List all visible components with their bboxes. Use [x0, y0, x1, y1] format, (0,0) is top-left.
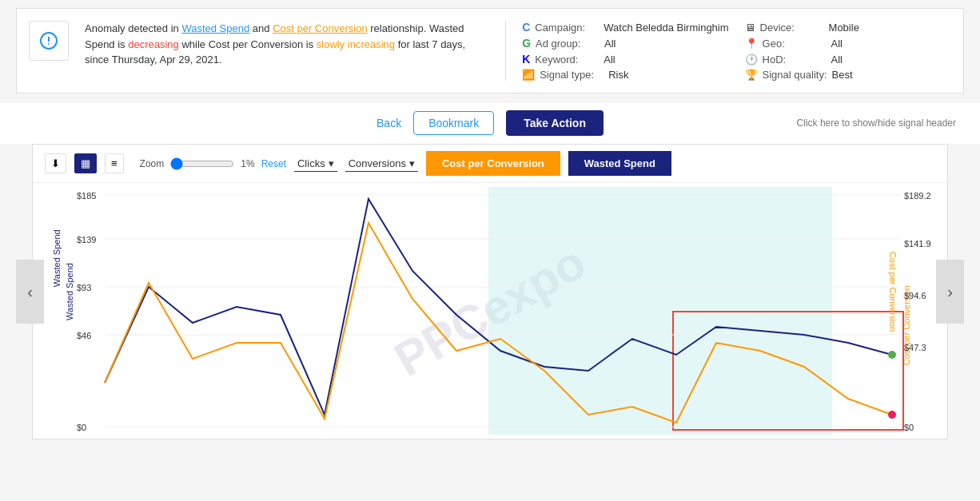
- svg-text:$141.9: $141.9: [904, 239, 931, 249]
- bookmark-button[interactable]: Bookmark: [413, 111, 494, 135]
- chart-wrapper: ‹ › ⬇ ▦ ≡ Zoom 1% Reset Clicks ▾ Convers…: [16, 144, 964, 439]
- device-row: 🖥 Device: Mobile: [745, 21, 951, 34]
- svg-text:$185: $185: [77, 191, 96, 201]
- next-arrow[interactable]: ›: [936, 260, 964, 324]
- svg-text:$0: $0: [904, 423, 914, 432]
- panel-divider: [505, 21, 506, 81]
- svg-text:$0: $0: [77, 423, 86, 432]
- cost-per-conversion-button[interactable]: Cost per Conversion: [426, 151, 560, 176]
- orange-endpoint: [888, 411, 896, 419]
- zoom-slider[interactable]: [170, 157, 234, 170]
- signal-type-row: 📶 Signal type: Risk: [522, 69, 728, 81]
- c-icon: C: [522, 21, 530, 34]
- signal-type-icon: 📶: [522, 69, 535, 81]
- alert-text: Anomaly detected in Wasted Spend and Cos…: [85, 21, 489, 68]
- signal-type-value: Risk: [608, 69, 628, 81]
- campaign-row: C Campaign: Watch Beledda Birminghim: [522, 21, 728, 34]
- take-action-button[interactable]: Take Action: [506, 110, 604, 136]
- action-bar: Back Bookmark Take Action Click here to …: [0, 101, 980, 144]
- y-axis-left-label: Wasted Spend: [52, 229, 62, 287]
- clicks-dropdown[interactable]: Clicks ▾: [294, 156, 337, 172]
- hod-icon: 🕐: [745, 54, 758, 66]
- clicks-chevron: ▾: [329, 157, 334, 169]
- signal-quality-label: Signal quality:: [763, 69, 827, 81]
- campaign-value: Watch Beledda Birminghim: [604, 22, 728, 34]
- signal-quality-icon: 🏆: [745, 69, 758, 81]
- adgroup-value: All: [604, 38, 615, 50]
- hod-label: HoD:: [763, 54, 827, 66]
- keyword-row: K Keyword: All: [522, 53, 728, 66]
- y-right-axis-text: Cost per Conversion: [888, 252, 898, 332]
- status-increasing: slowly increasing: [317, 38, 395, 50]
- svg-text:$94.6: $94.6: [904, 291, 926, 300]
- download-button[interactable]: ⬇: [45, 153, 66, 173]
- alert-prefix: Anomaly detected in: [85, 22, 181, 34]
- conversions-dropdown[interactable]: Conversions ▾: [345, 156, 418, 172]
- chart-toolbar: ⬇ ▦ ≡ Zoom 1% Reset Clicks ▾ Conversions…: [33, 145, 947, 183]
- geo-value: All: [831, 38, 843, 50]
- zoom-area: Zoom 1% Reset: [140, 157, 286, 170]
- geo-icon: 📍: [745, 38, 758, 50]
- device-value: Mobile: [829, 22, 859, 34]
- geo-label: Geo:: [763, 38, 827, 50]
- show-hide-link[interactable]: Click here to show/hide signal header: [797, 117, 956, 129]
- geo-row: 📍 Geo: All: [745, 37, 951, 50]
- zoom-pct: 1%: [241, 158, 254, 169]
- alert-while: while Cost per Conversion is: [179, 38, 317, 50]
- adgroup-row: G Ad group: All: [522, 37, 728, 50]
- cost-per-conversion-link[interactable]: Cost per Conversion: [273, 22, 368, 34]
- svg-text:$139: $139: [77, 235, 96, 245]
- device-label: Device:: [760, 22, 824, 34]
- adgroup-label: Ad group:: [536, 38, 600, 50]
- svg-text:$47.3: $47.3: [904, 343, 926, 352]
- back-button[interactable]: Back: [376, 117, 401, 129]
- blue-endpoint: [888, 351, 896, 359]
- keyword-label: Keyword:: [535, 54, 599, 66]
- alert-and: and: [249, 22, 273, 34]
- chart-section: ⬇ ▦ ≡ Zoom 1% Reset Clicks ▾ Conversions…: [32, 144, 948, 439]
- alert-icon: [29, 21, 69, 61]
- clicks-label: Clicks: [297, 157, 325, 169]
- chart-svg: $185 $139 $93 $46 $0 $189.2 $141.9 $94.6…: [77, 183, 956, 439]
- campaign-label: Campaign:: [535, 22, 599, 34]
- signal-quality-value: Best: [832, 69, 853, 81]
- y-left-axis-text: Wasted Spend: [65, 263, 74, 320]
- wasted-spend-button[interactable]: Wasted Spend: [568, 151, 671, 176]
- conversions-chevron: ▾: [409, 157, 415, 169]
- grid-button[interactable]: ▦: [74, 153, 97, 173]
- conversions-label: Conversions: [349, 157, 406, 169]
- hod-value: All: [831, 54, 843, 66]
- alert-panel: Anomaly detected in Wasted Spend and Cos…: [16, 8, 964, 93]
- svg-text:$46: $46: [77, 331, 91, 340]
- svg-point-2: [48, 43, 50, 45]
- filter-button[interactable]: ≡: [105, 153, 124, 173]
- svg-text:$93: $93: [77, 283, 91, 292]
- signal-type-label: Signal type:: [540, 69, 604, 81]
- k-icon: K: [522, 53, 530, 66]
- zoom-label: Zoom: [140, 158, 165, 169]
- status-decreasing: decreasing: [128, 38, 179, 50]
- hod-row: 🕐 HoD: All: [745, 53, 951, 66]
- reset-button[interactable]: Reset: [261, 158, 286, 169]
- chart-area: PPCexpo Wasted Spend Cost per Conversion…: [33, 183, 947, 439]
- prev-arrow[interactable]: ‹: [16, 260, 44, 324]
- signal-info: C Campaign: Watch Beledda Birminghim 🖥 D…: [522, 21, 951, 81]
- signal-quality-row: 🏆 Signal quality: Best: [745, 69, 951, 81]
- g-icon: G: [522, 37, 531, 50]
- device-icon: 🖥: [745, 22, 755, 34]
- wasted-spend-link[interactable]: Wasted Spend: [181, 22, 249, 34]
- svg-text:$189.2: $189.2: [904, 191, 931, 201]
- keyword-value: All: [604, 54, 615, 66]
